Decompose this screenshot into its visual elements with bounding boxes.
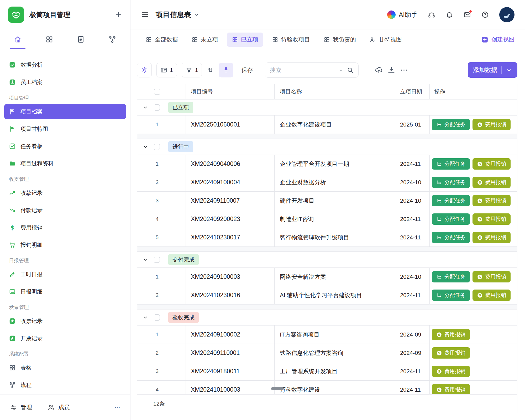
view-tab[interactable]: 待验收项目 — [267, 33, 315, 47]
group-header-row[interactable]: 已立项 — [137, 99, 517, 116]
assign-task-button[interactable]: 分配任务 — [432, 158, 470, 170]
sidebar-item[interactable]: $费用报销 — [4, 220, 126, 235]
sidebar-item[interactable]: 员工档案 — [4, 75, 126, 90]
cell-project-code[interactable]: XM202410100003 — [186, 381, 275, 394]
assign-task-button[interactable]: 分配任务 — [432, 177, 470, 188]
cell-project-name[interactable]: 硬件开发项目 — [275, 192, 396, 210]
cell-project-name[interactable]: 企业业财数据分析 — [275, 173, 396, 191]
table-row[interactable]: 2XM202409110001铁路信息化管理方案咨询2024-09$费用报销 — [137, 344, 517, 362]
table-row[interactable]: 4XM202410100003万科数字化建设2024-11$费用报销 — [137, 381, 517, 394]
ai-assistant-button[interactable]: AI助手 — [387, 10, 417, 19]
collapse-group-icon[interactable] — [143, 314, 148, 320]
cell-project-code[interactable]: XM202409110007 — [186, 192, 275, 210]
column-header-name[interactable]: 项目名称 — [275, 84, 396, 99]
cell-project-code[interactable]: XM202409100003 — [186, 268, 275, 286]
sidebar-item[interactable]: 表格 — [4, 360, 126, 375]
collapse-sidebar-button[interactable] — [141, 11, 149, 19]
cell-project-name[interactable]: 企业管理平台开发项目一期 — [275, 155, 396, 173]
field-config-button[interactable]: 1 — [156, 63, 177, 77]
sidebar-item[interactable]: 任务看板 — [4, 139, 126, 154]
cell-project-code[interactable]: XM202409180011 — [186, 362, 275, 380]
table-row[interactable]: 3XM202409180011工厂管理系统开发项目2024-11$费用报销 — [137, 362, 517, 381]
cell-project-name[interactable]: 工厂管理系统开发项目 — [275, 362, 396, 380]
horizontal-scrollbar[interactable] — [271, 387, 284, 390]
expense-reimburse-button[interactable]: $费用报销 — [472, 290, 511, 301]
help-button[interactable] — [481, 11, 489, 18]
assign-task-button[interactable]: 分配任务 — [432, 271, 470, 282]
import-button[interactable] — [375, 66, 383, 74]
customer-service-button[interactable] — [428, 11, 435, 18]
view-tab[interactable]: 未立项 — [187, 33, 223, 47]
table-row[interactable]: 4XM202409200023制造业IT咨询2024-11分配任务$费用报销 — [137, 210, 517, 228]
cell-project-code[interactable]: XM202410230017 — [186, 228, 275, 246]
group-checkbox[interactable] — [154, 257, 160, 263]
cell-project-name[interactable]: 企业数字化建设项目 — [275, 116, 396, 134]
table-row[interactable]: 5XM202410230017智行物流管理软件升级项目2024-11分配任务$费… — [137, 228, 517, 247]
sidebar-tab-grid4[interactable] — [34, 29, 65, 49]
view-tab[interactable]: 我负责的 — [319, 33, 361, 47]
sidebar-item[interactable]: 开票记录 — [4, 331, 126, 346]
cell-project-date[interactable]: 2024-10 — [396, 268, 430, 286]
sort-button[interactable] — [207, 66, 214, 74]
sidebar-item[interactable]: 项目档案 — [4, 104, 126, 119]
select-all-checkbox[interactable] — [154, 89, 160, 95]
search-input[interactable] — [270, 67, 335, 73]
user-avatar[interactable] — [499, 7, 514, 22]
column-header-date[interactable]: 立项日期 — [396, 84, 430, 99]
view-tab[interactable]: 甘特视图 — [365, 33, 407, 47]
cell-project-code[interactable]: XM202409040006 — [186, 155, 275, 173]
expense-reimburse-button[interactable]: $费用报销 — [472, 177, 511, 188]
save-button[interactable]: 保存 — [241, 66, 253, 74]
pin-button[interactable] — [219, 63, 233, 77]
expense-reimburse-button[interactable]: $费用报销 — [432, 329, 470, 340]
view-tab[interactable]: 已立项 — [227, 33, 263, 47]
cell-project-name[interactable]: AI 辅助个性化学习平台建设项目 — [275, 286, 396, 304]
expense-reimburse-button[interactable]: $费用报销 — [472, 195, 511, 206]
collapse-group-icon[interactable] — [143, 104, 148, 110]
cell-project-code[interactable]: XM202409110001 — [186, 344, 275, 362]
assign-task-button[interactable]: 分配任务 — [432, 290, 470, 301]
sidebar-item[interactable]: 工时日报 — [4, 267, 126, 282]
sidebar-item[interactable]: 项目过程资料 — [4, 156, 126, 171]
group-header-row[interactable]: 验收完成 — [137, 309, 517, 326]
cell-project-date[interactable]: 2025-01 — [396, 116, 430, 134]
filter-button[interactable]: 1 — [182, 63, 202, 77]
settings-button[interactable] — [137, 63, 152, 77]
expense-reimburse-button[interactable]: $费用报销 — [472, 158, 511, 170]
cell-project-code[interactable]: XM202409200023 — [186, 210, 275, 228]
group-checkbox[interactable] — [154, 104, 160, 111]
cell-project-date[interactable]: 2024-09 — [396, 344, 430, 362]
sidebar-item[interactable]: 流程 — [4, 377, 126, 393]
group-header-row[interactable]: 进行中 — [137, 139, 517, 155]
group-checkbox[interactable] — [154, 144, 160, 150]
cell-project-date[interactable]: 2024-09 — [396, 326, 430, 344]
cell-project-date[interactable]: 2024-11 — [396, 381, 430, 394]
group-checkbox[interactable] — [154, 314, 160, 321]
cell-project-date[interactable]: 2024-11 — [396, 228, 430, 246]
cell-project-name[interactable]: 万科数字化建设 — [275, 381, 396, 394]
export-button[interactable] — [387, 66, 395, 74]
sidebar-item[interactable]: 项目甘特图 — [4, 121, 126, 136]
expense-reimburse-button[interactable]: $费用报销 — [472, 232, 511, 243]
cell-project-date[interactable]: 2024-11 — [396, 286, 430, 304]
inbox-button[interactable] — [464, 11, 471, 18]
cell-project-name[interactable]: 制造业IT咨询 — [275, 210, 396, 228]
title-chevron-down-icon[interactable] — [194, 12, 200, 18]
search-icon[interactable] — [347, 67, 354, 74]
assign-task-button[interactable]: 分配任务 — [432, 195, 470, 206]
cell-project-name[interactable]: 铁路信息化管理方案咨询 — [275, 344, 396, 362]
table-row[interactable]: 1XM202409100002IT方案咨询项目2024-09$费用报销 — [137, 326, 517, 344]
cell-project-date[interactable]: 2024-11 — [396, 362, 430, 380]
table-row[interactable]: 2XM202409100004企业业财数据分析2024-10分配任务$费用报销 — [137, 173, 517, 192]
cell-project-date[interactable]: 2024-10 — [396, 173, 430, 191]
add-data-button[interactable]: 添加数据 — [468, 62, 517, 78]
sidebar-item[interactable]: 收票记录 — [4, 313, 126, 329]
sidebar-tab-flow[interactable] — [97, 29, 128, 49]
notifications-button[interactable] — [446, 11, 453, 18]
group-header-row[interactable]: 交付完成 — [137, 252, 517, 268]
expense-reimburse-button[interactable]: $费用报销 — [472, 119, 511, 130]
assign-task-button[interactable]: 分配任务 — [432, 213, 470, 225]
cell-project-name[interactable]: 智行物流管理软件升级项目 — [275, 228, 396, 246]
cell-project-code[interactable]: XM202410230016 — [186, 286, 275, 304]
sidebar-item[interactable]: 收款记录 — [4, 185, 126, 201]
